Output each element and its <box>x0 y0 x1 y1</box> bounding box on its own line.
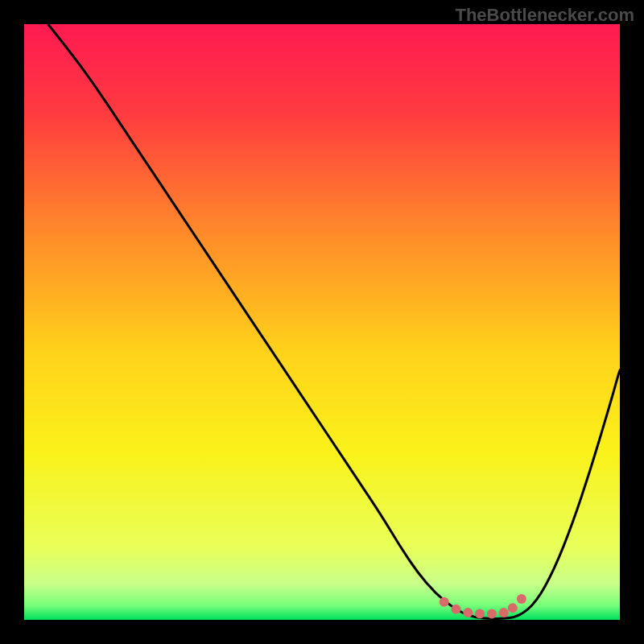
chart-container: TheBottlenecker.com <box>0 0 644 644</box>
marker-dot <box>463 608 473 617</box>
watermark-text: TheBottlenecker.com <box>455 5 634 26</box>
marker-dot <box>487 609 497 619</box>
marker-dot <box>452 605 461 614</box>
marker-dot <box>440 597 449 607</box>
bottleneck-chart <box>0 0 644 644</box>
marker-dot <box>499 608 509 617</box>
marker-dot <box>517 594 526 604</box>
marker-dot <box>508 603 518 613</box>
marker-dot <box>475 609 485 619</box>
